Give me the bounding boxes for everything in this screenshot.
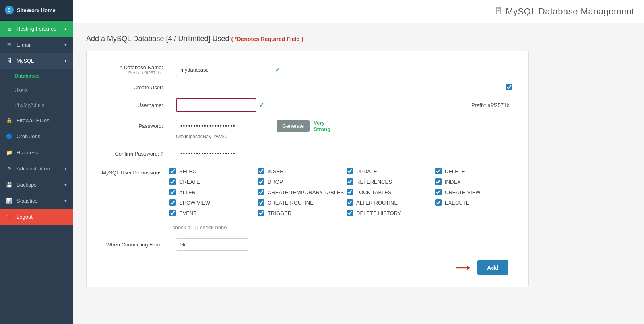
check-none-link[interactable]: [ check none ] [197,224,230,230]
arrow-right-icon [455,264,471,272]
confirm-password-input[interactable] [176,148,272,160]
perm-label-update: UPDATE [356,168,377,174]
perm-label-event: EVENT [179,210,196,216]
sidebar-logo[interactable]: S SiteWorx Home [0,0,73,21]
sidebar-item-label: Htaccess [17,150,38,156]
sidebar-item-label: PhpMyAdmin [14,102,44,108]
sidebar-item-databases[interactable]: Databases [0,69,73,83]
perm-label-index: INDEX [445,179,461,185]
perm-label-create-view: CREATE VIEW [445,189,481,195]
permission-item-event: EVENT [169,210,258,216]
connecting-from-input[interactable] [176,238,248,251]
perm-checkbox-execute[interactable] [435,199,442,206]
chevron-down-icon: ▼ [64,166,68,171]
perm-checkbox-drop[interactable] [258,178,264,185]
sidebar-item-backups[interactable]: 💾 Backups ▼ [0,176,73,193]
sidebar-item-firewall-rules[interactable]: 🔒 Firewall Rules [0,112,73,128]
connecting-from-row: When Connecting From: [99,238,512,251]
sidebar-item-administration[interactable]: ⚙ Administration ▼ [0,160,73,176]
perm-label-create-routine: CREATE ROUTINE [268,200,314,206]
sidebar-item-htaccess[interactable]: 📁 Htaccess [0,144,73,160]
perm-label-delete: DELETE [445,168,465,174]
sidebar-item-users[interactable]: Users [0,83,73,98]
sidebar-item-phpmyadmin[interactable]: PhpMyAdmin [0,98,73,112]
permission-item-delete: DELETE [435,168,524,174]
chevron-up-icon: ▲ [64,59,68,63]
connecting-from-label: When Connecting From: [99,242,163,248]
username-valid-icon: ✓ [259,101,264,109]
permissions-section: MySQL User Permissions: SELECTINSERTUPDA… [99,168,512,216]
perm-label-show-view: SHOW VIEW [179,200,210,206]
backups-icon: 💾 [6,181,13,188]
permission-item-drop: DROP [258,178,347,185]
sidebar-item-label: Administration [17,166,50,172]
add-row: Add [99,260,512,275]
sidebar-item-label: Firewall Rules [17,117,50,123]
perm-checkbox-show-view[interactable] [169,199,176,206]
create-user-row: Create User: [99,84,512,90]
perm-checkbox-index[interactable] [435,178,442,185]
add-button[interactable]: Add [477,260,508,275]
perm-checkbox-event[interactable] [169,210,176,216]
perm-checkbox-alter-routine[interactable] [347,199,353,206]
sidebar-item-logout[interactable]: 🔴 Logout [0,209,73,225]
content-area: Add a MySQL Database [4 / Unlimited] Use… [73,23,644,324]
perm-label-alter-routine: ALTER ROUTINE [356,200,398,206]
perm-checkbox-references[interactable] [347,178,353,185]
sidebar-item-mysql[interactable]: 🗄 MySQL ▲ [0,53,73,69]
username-input[interactable] [176,98,256,112]
perm-label-references: REFERENCES [356,179,392,185]
perm-label-lock-tables: LOCK TABLES [356,189,392,195]
permission-item-index: INDEX [435,178,524,185]
svg-marker-1 [467,265,470,270]
perm-checkbox-select[interactable] [169,168,176,174]
perm-checkbox-delete-history[interactable] [347,210,353,216]
confirm-help-icon[interactable]: ? [161,152,163,156]
perm-checkbox-lock-tables[interactable] [347,189,353,195]
check-all-row: [ check all ] [ check none ] [169,224,512,230]
sidebar-section-main: 🖥 Hosting Features ▲ ✉ E-mail ▼ 🗄 MySQL … [0,21,73,225]
logout-icon: 🔴 [6,213,13,220]
perm-checkbox-create-routine[interactable] [258,199,264,206]
perm-checkbox-insert[interactable] [258,168,264,174]
perm-checkbox-update[interactable] [347,168,353,174]
password-input[interactable] [176,120,272,132]
sidebar-logo-text: SiteWorx Home [17,7,56,13]
db-name-row: * Database Name: Prefix: a9f2571b_ ✓ [99,64,512,76]
perm-checkbox-trigger[interactable] [258,210,264,216]
page-title: MySQL Database Management [506,6,634,17]
permission-item-select: SELECT [169,168,258,174]
sidebar-item-label: MySQL [17,58,34,64]
create-user-checkbox[interactable] [506,84,512,90]
htaccess-icon: 📁 [6,149,13,156]
db-name-prefix-sub: Prefix: a9f2571b_ [99,70,163,75]
sidebar-item-cron-jobs[interactable]: 🔵 Cron Jobs [0,128,73,144]
username-label: Username: [99,102,163,108]
database-icon: 🗄 [495,7,502,16]
sidebar-item-statistics[interactable]: 📊 Statistics ▼ [0,193,73,209]
username-prefix: Prefix: a9f2571b_ [471,102,512,108]
db-name-valid-icon: ✓ [275,66,280,74]
db-name-input[interactable] [176,64,272,76]
sidebar-item-label: Statistics [17,198,37,204]
sidebar-item-label: Backups [17,182,37,188]
sidebar-item-label: Users [14,88,28,93]
perm-checkbox-create-temp[interactable] [258,189,264,195]
perm-label-drop: DROP [268,179,283,185]
perm-checkbox-delete[interactable] [435,168,442,174]
sidebar-item-hosting-features[interactable]: 🖥 Hosting Features ▲ [0,21,73,37]
perm-checkbox-alter[interactable] [169,189,176,195]
sidebar: S SiteWorx Home 🖥 Hosting Features ▲ ✉ E… [0,0,73,324]
perm-checkbox-create-view[interactable] [435,189,442,195]
check-all-link[interactable]: [ check all ] [169,224,196,230]
perm-checkbox-create[interactable] [169,178,176,185]
password-row: Password: Generate Very Strong OmitsIpec… [99,120,512,139]
chevron-down-icon: ▼ [64,183,68,187]
permission-item-create-view: CREATE VIEW [435,189,524,195]
sidebar-item-email[interactable]: ✉ E-mail ▼ [0,37,73,53]
chevron-down-icon: ▼ [64,43,68,47]
create-user-label: Create User: [99,84,163,90]
permission-item-create-temp: CREATE TEMPORARY TABLES [258,189,347,195]
generate-button[interactable]: Generate [277,120,310,132]
chevron-down-icon: ▼ [64,199,68,203]
